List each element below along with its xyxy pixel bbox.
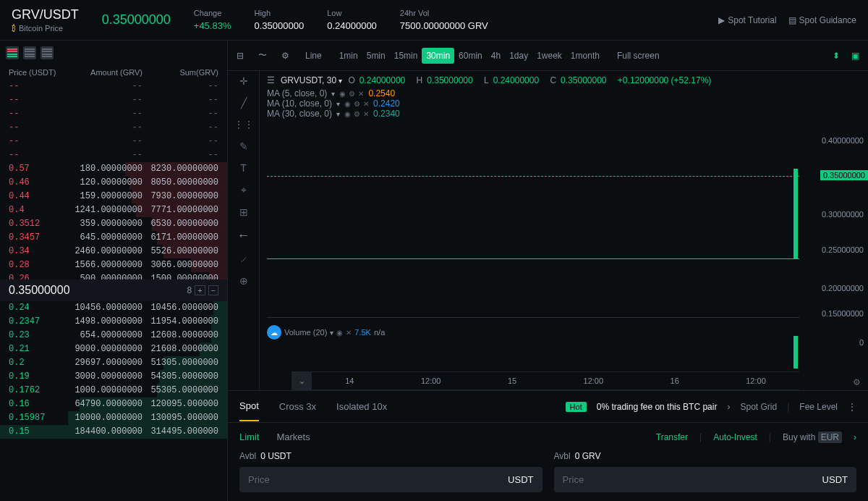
orderbook-row-empty: ------ — [0, 93, 227, 107]
ma-indicator: MA (5, close, 0)▾◉⚙✕0.2540 — [267, 88, 861, 98]
mid-price: 0.35000000 — [9, 284, 70, 297]
more-icon[interactable]: ⋮ — [848, 402, 856, 412]
orderbook-bid-row[interactable]: 0.23654.0000000012608.0000000 — [0, 329, 227, 342]
line-type-icon[interactable]: 〜 — [255, 46, 270, 64]
orderbook-view-asks[interactable] — [41, 46, 54, 59]
precision-minus[interactable]: − — [208, 285, 218, 295]
interval-60min[interactable]: 60min — [454, 48, 487, 64]
sell-price-input[interactable]: Price USDT — [554, 467, 857, 492]
orderbook-mid: 0.35000000 8 + − — [0, 279, 227, 301]
orderbook-row-empty: ------ — [0, 80, 227, 93]
auto-invest-link[interactable]: Auto-Invest — [713, 432, 757, 442]
orderbook-ask-row[interactable]: 0.342460.000000005526.00000000 — [0, 245, 227, 258]
orderbook-row-empty: ------ — [0, 107, 227, 121]
ob-header-amount: Amount (GRV) — [67, 68, 142, 77]
fee-level-link[interactable]: Fee Level — [799, 402, 838, 412]
orderbook-row-empty: ------ — [0, 135, 227, 148]
long-short-icon[interactable]: ⊞ — [239, 206, 248, 218]
order-type-markets[interactable]: Markets — [276, 431, 310, 442]
chart-toolbar: ⊟ 〜 ⚙ Line 1min5min15min30min60min4h1day… — [228, 41, 868, 71]
ma-indicator: MA (10, close, 0)▾◉⚙✕0.2420 — [267, 98, 861, 109]
interval-1week[interactable]: 1week — [532, 48, 566, 64]
scroll-left-icon[interactable]: ⌄ — [292, 372, 312, 390]
y-axis: 0.40000000 0.35000000 0.30000000 0.25000… — [803, 136, 868, 347]
orderbook-ask-row[interactable]: 0.281566.000000003066.00000000 — [0, 258, 227, 272]
orderbook-ask-row[interactable]: 0.3512359.000000006530.00000000 — [0, 217, 227, 231]
volume-label: 24hr Vol — [400, 9, 488, 17]
ob-header-price: Price (USDT) — [9, 68, 67, 77]
tab-isolated[interactable]: Isolated 10x — [336, 392, 387, 421]
interval-30min[interactable]: 30min — [422, 48, 454, 64]
orderbook-ask-row[interactable]: 0.41241.000000007771.00000000 — [0, 203, 227, 217]
pair-symbol[interactable]: GRV/USDT — [12, 7, 79, 22]
text-icon[interactable]: T — [240, 162, 247, 174]
transfer-link[interactable]: Transfer — [656, 432, 688, 442]
promo-arrow-icon[interactable]: › — [727, 402, 730, 412]
precision-plus[interactable]: + — [195, 285, 205, 295]
interval-1min[interactable]: 1min — [335, 48, 362, 64]
orderbook-view-both[interactable] — [6, 46, 19, 59]
high-value: 0.35000000 — [254, 20, 304, 31]
back-icon[interactable]: ← — [237, 228, 250, 243]
book-icon: ▤ — [788, 15, 796, 25]
change-value: +45.83% — [194, 20, 231, 31]
orderbook-bid-row[interactable]: 0.1598710000.0000000130095.000000 — [0, 411, 227, 425]
interval-1month[interactable]: 1month — [566, 48, 604, 64]
volume-value: 7500.00000000 GRV — [400, 20, 488, 31]
fib-icon[interactable]: ⋮⋮ — [234, 119, 254, 130]
play-icon: ▶ — [718, 15, 725, 25]
chart-action-1-icon[interactable]: ⬍ — [830, 48, 843, 64]
buy-price-input[interactable]: Price USDT — [239, 467, 542, 492]
pair-subtitle[interactable]: ₿ Bitcoin Price — [12, 24, 79, 33]
promo-text[interactable]: 0% trading fee on this BTC pair — [597, 402, 718, 412]
orderbook-ask-row[interactable]: 0.44159.000000007930.00000000 — [0, 190, 227, 203]
fullscreen-button[interactable]: Full screen — [613, 48, 664, 64]
brush-icon[interactable]: ✎ — [239, 140, 248, 152]
crosshair-icon[interactable]: ✛ — [239, 75, 248, 87]
orderbook-bid-row[interactable]: 0.15184400.000000314495.000000 — [0, 425, 227, 439]
chevron-right-icon[interactable]: › — [854, 432, 856, 442]
chart-symbol[interactable]: GRVUSDT, 30 ▾ — [281, 75, 342, 85]
orderbook-bid-row[interactable]: 0.229697.000000051305.0000000 — [0, 356, 227, 370]
orderbook-row-empty: ------ — [0, 148, 227, 162]
orderbook-bid-row[interactable]: 0.219000.0000000021608.0000000 — [0, 342, 227, 356]
orderbook-ask-row[interactable]: 0.3457645.000000006171.00000000 — [0, 231, 227, 245]
orderbook-asks: ------------------------------------0.57… — [0, 80, 227, 279]
orderbook-bid-row[interactable]: 0.23471498.0000000011954.0000000 — [0, 315, 227, 329]
spot-grid-link[interactable]: Spot Grid — [740, 402, 777, 412]
chart-type-line[interactable]: Line — [301, 48, 326, 64]
low-label: Low — [327, 9, 377, 17]
interval-4h[interactable]: 4h — [487, 48, 505, 64]
ruler-icon[interactable]: ⟋ — [239, 253, 249, 265]
orderbook-bids: 0.2410456.000000010456.00000000.23471498… — [0, 301, 227, 501]
interval-1day[interactable]: 1day — [505, 48, 532, 64]
chart-settings-icon[interactable]: ⚙ — [853, 377, 861, 387]
zoom-icon[interactable]: ⊕ — [239, 275, 248, 287]
orderbook-bid-row[interactable]: 0.2410456.000000010456.0000000 — [0, 301, 227, 315]
interval-15min[interactable]: 15min — [390, 48, 422, 64]
volume-panel: ☁ Volume (20) ▾ ◉✕ 7.5K n/a — [267, 325, 799, 369]
chart-menu-icon[interactable]: ☰ — [267, 75, 275, 85]
spot-tutorial-link[interactable]: ▶ Spot Tutorial — [718, 15, 776, 25]
orderbook-ask-row[interactable]: 0.26500.000000001500.00000000 — [0, 272, 227, 279]
chart-canvas[interactable]: ☰ GRVUSDT, 30 ▾ O0.24000000 H0.35000000 … — [260, 71, 868, 390]
orderbook-ask-row[interactable]: 0.46120.000000008050.00000000 — [0, 176, 227, 190]
orderbook-bid-row[interactable]: 0.193000.0000000054305.0000000 — [0, 370, 227, 384]
pattern-icon[interactable]: ⌖ — [241, 184, 247, 196]
change-label: Change — [194, 9, 231, 17]
chart-action-2-icon[interactable]: ▣ — [848, 48, 862, 64]
tab-spot[interactable]: Spot — [239, 392, 259, 421]
tab-cross[interactable]: Cross 3x — [279, 392, 316, 421]
candle-icon[interactable]: ⊟ — [234, 48, 247, 64]
orderbook-bid-row[interactable]: 0.17621000.0000000055305.0000000 — [0, 384, 227, 397]
buy-with-label: Buy with EUR — [783, 432, 842, 442]
orderbook-bid-row[interactable]: 0.1664790.0000000120095.000000 — [0, 397, 227, 411]
interval-5min[interactable]: 5min — [362, 48, 390, 64]
orderbook-ask-row[interactable]: 0.57180.000000008230.00000000 — [0, 162, 227, 176]
cloud-icon[interactable]: ☁ — [267, 325, 281, 340]
settings-icon[interactable]: ⚙ — [278, 48, 292, 64]
order-type-limit[interactable]: Limit — [239, 431, 259, 442]
trendline-icon[interactable]: ╱ — [241, 97, 247, 109]
orderbook-view-bids[interactable] — [23, 46, 36, 59]
spot-guidance-link[interactable]: ▤ Spot Guidance — [788, 15, 856, 25]
